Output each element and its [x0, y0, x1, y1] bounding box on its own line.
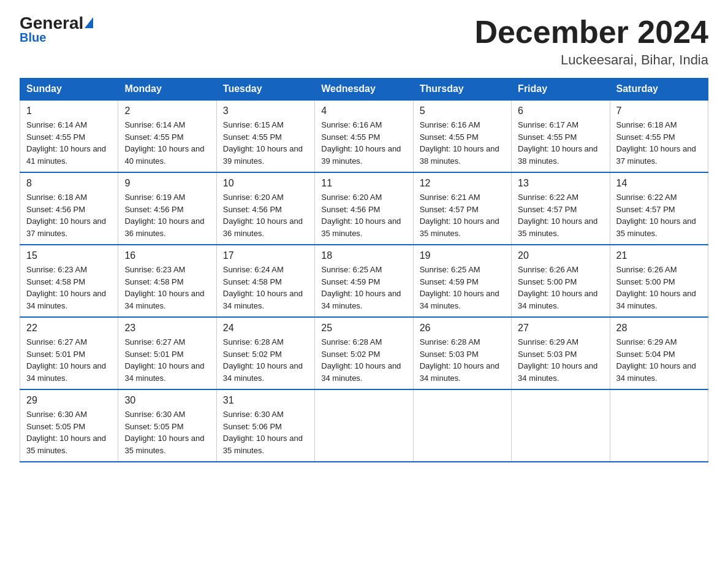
day-number: 4 — [321, 105, 406, 117]
day-info: Sunrise: 6:19 AMSunset: 4:56 PMDaylight:… — [124, 193, 204, 238]
calendar-cell: 21 Sunrise: 6:26 AMSunset: 5:00 PMDaylig… — [610, 245, 708, 317]
col-friday: Friday — [512, 79, 610, 101]
day-info: Sunrise: 6:20 AMSunset: 4:56 PMDaylight:… — [223, 193, 303, 238]
day-info: Sunrise: 6:30 AMSunset: 5:06 PMDaylight:… — [223, 410, 303, 455]
day-info: Sunrise: 6:18 AMSunset: 4:56 PMDaylight:… — [26, 193, 106, 238]
calendar-row-1: 1 Sunrise: 6:14 AMSunset: 4:55 PMDayligh… — [20, 100, 708, 172]
location-text: Luckeesarai, Bihar, India — [474, 52, 708, 68]
day-info: Sunrise: 6:26 AMSunset: 5:00 PMDaylight:… — [616, 265, 696, 310]
day-info: Sunrise: 6:27 AMSunset: 5:01 PMDaylight:… — [124, 337, 204, 383]
col-monday: Monday — [118, 79, 216, 101]
day-number: 22 — [26, 323, 112, 334]
day-info: Sunrise: 6:30 AMSunset: 5:05 PMDaylight:… — [124, 410, 204, 455]
col-wednesday: Wednesday — [315, 79, 413, 101]
day-info: Sunrise: 6:25 AMSunset: 4:59 PMDaylight:… — [321, 265, 401, 310]
calendar-cell: 16 Sunrise: 6:23 AMSunset: 4:58 PMDaylig… — [118, 245, 216, 317]
calendar-cell: 26 Sunrise: 6:28 AMSunset: 5:03 PMDaylig… — [413, 317, 511, 389]
day-info: Sunrise: 6:14 AMSunset: 4:55 PMDaylight:… — [26, 120, 106, 166]
day-number: 18 — [321, 250, 406, 261]
day-number: 6 — [518, 105, 603, 117]
day-info: Sunrise: 6:20 AMSunset: 4:56 PMDaylight:… — [321, 193, 401, 238]
day-number: 15 — [26, 250, 112, 261]
day-number: 1 — [26, 105, 112, 117]
day-number: 30 — [124, 395, 210, 406]
calendar-cell: 5 Sunrise: 6:16 AMSunset: 4:55 PMDayligh… — [413, 100, 511, 172]
day-info: Sunrise: 6:23 AMSunset: 4:58 PMDaylight:… — [26, 265, 106, 310]
calendar-cell: 14 Sunrise: 6:22 AMSunset: 4:57 PMDaylig… — [610, 172, 708, 245]
logo-blue-text: Blue — [20, 31, 46, 45]
day-number: 2 — [124, 105, 210, 117]
day-number: 14 — [616, 178, 702, 189]
calendar-cell: 19 Sunrise: 6:25 AMSunset: 4:59 PMDaylig… — [413, 245, 511, 317]
calendar-cell — [315, 389, 413, 462]
day-info: Sunrise: 6:18 AMSunset: 4:55 PMDaylight:… — [616, 120, 696, 166]
calendar-header-row: Sunday Monday Tuesday Wednesday Thursday… — [20, 79, 708, 101]
day-number: 11 — [321, 178, 406, 189]
calendar-cell: 20 Sunrise: 6:26 AMSunset: 5:00 PMDaylig… — [512, 245, 610, 317]
col-saturday: Saturday — [610, 79, 708, 101]
calendar-row-5: 29 Sunrise: 6:30 AMSunset: 5:05 PMDaylig… — [20, 389, 708, 462]
calendar-cell: 28 Sunrise: 6:29 AMSunset: 5:04 PMDaylig… — [610, 317, 708, 389]
day-number: 21 — [616, 250, 702, 261]
day-number: 24 — [223, 323, 308, 334]
day-info: Sunrise: 6:25 AMSunset: 4:59 PMDaylight:… — [420, 265, 499, 310]
day-number: 17 — [223, 250, 308, 261]
calendar-cell: 8 Sunrise: 6:18 AMSunset: 4:56 PMDayligh… — [20, 172, 118, 245]
page-header: General Blue December 2024 Luckeesarai, … — [0, 0, 728, 78]
day-info: Sunrise: 6:22 AMSunset: 4:57 PMDaylight:… — [518, 193, 597, 238]
day-info: Sunrise: 6:17 AMSunset: 4:55 PMDaylight:… — [518, 120, 597, 166]
day-number: 28 — [616, 323, 702, 334]
day-number: 29 — [26, 395, 112, 406]
calendar-cell: 23 Sunrise: 6:27 AMSunset: 5:01 PMDaylig… — [118, 317, 216, 389]
logo: General Blue — [20, 15, 93, 45]
day-info: Sunrise: 6:29 AMSunset: 5:03 PMDaylight:… — [518, 337, 597, 383]
calendar-cell — [610, 389, 708, 462]
calendar-cell: 31 Sunrise: 6:30 AMSunset: 5:06 PMDaylig… — [216, 389, 314, 462]
col-thursday: Thursday — [413, 79, 511, 101]
calendar-row-4: 22 Sunrise: 6:27 AMSunset: 5:01 PMDaylig… — [20, 317, 708, 389]
calendar-cell: 17 Sunrise: 6:24 AMSunset: 4:58 PMDaylig… — [216, 245, 314, 317]
col-sunday: Sunday — [20, 79, 118, 101]
day-info: Sunrise: 6:28 AMSunset: 5:03 PMDaylight:… — [420, 337, 499, 383]
day-number: 5 — [420, 105, 505, 117]
day-number: 10 — [223, 178, 308, 189]
calendar-cell: 1 Sunrise: 6:14 AMSunset: 4:55 PMDayligh… — [20, 100, 118, 172]
day-number: 13 — [518, 178, 603, 189]
day-info: Sunrise: 6:22 AMSunset: 4:57 PMDaylight:… — [616, 193, 696, 238]
title-block: December 2024 Luckeesarai, Bihar, India — [474, 15, 708, 68]
calendar-cell: 24 Sunrise: 6:28 AMSunset: 5:02 PMDaylig… — [216, 317, 314, 389]
calendar-cell: 4 Sunrise: 6:16 AMSunset: 4:55 PMDayligh… — [315, 100, 413, 172]
day-info: Sunrise: 6:27 AMSunset: 5:01 PMDaylight:… — [26, 337, 106, 383]
day-info: Sunrise: 6:16 AMSunset: 4:55 PMDaylight:… — [321, 120, 401, 166]
day-number: 12 — [420, 178, 505, 189]
day-number: 31 — [223, 395, 308, 406]
day-number: 9 — [124, 178, 210, 189]
day-number: 19 — [420, 250, 505, 261]
col-tuesday: Tuesday — [216, 79, 314, 101]
calendar-table: Sunday Monday Tuesday Wednesday Thursday… — [20, 78, 708, 462]
day-info: Sunrise: 6:16 AMSunset: 4:55 PMDaylight:… — [420, 120, 499, 166]
calendar-cell: 12 Sunrise: 6:21 AMSunset: 4:57 PMDaylig… — [413, 172, 511, 245]
logo-general-text: General — [20, 15, 83, 32]
day-number: 20 — [518, 250, 603, 261]
calendar-cell: 18 Sunrise: 6:25 AMSunset: 4:59 PMDaylig… — [315, 245, 413, 317]
day-number: 23 — [124, 323, 210, 334]
calendar-cell — [512, 389, 610, 462]
day-number: 7 — [616, 105, 702, 117]
calendar-cell: 6 Sunrise: 6:17 AMSunset: 4:55 PMDayligh… — [512, 100, 610, 172]
calendar-cell: 7 Sunrise: 6:18 AMSunset: 4:55 PMDayligh… — [610, 100, 708, 172]
calendar-cell: 15 Sunrise: 6:23 AMSunset: 4:58 PMDaylig… — [20, 245, 118, 317]
day-number: 8 — [26, 178, 112, 189]
calendar-cell: 27 Sunrise: 6:29 AMSunset: 5:03 PMDaylig… — [512, 317, 610, 389]
day-info: Sunrise: 6:21 AMSunset: 4:57 PMDaylight:… — [420, 193, 499, 238]
calendar-row-3: 15 Sunrise: 6:23 AMSunset: 4:58 PMDaylig… — [20, 245, 708, 317]
day-number: 16 — [124, 250, 210, 261]
calendar-cell: 13 Sunrise: 6:22 AMSunset: 4:57 PMDaylig… — [512, 172, 610, 245]
calendar-cell: 3 Sunrise: 6:15 AMSunset: 4:55 PMDayligh… — [216, 100, 314, 172]
logo-triangle-icon — [85, 17, 93, 28]
day-info: Sunrise: 6:28 AMSunset: 5:02 PMDaylight:… — [321, 337, 401, 383]
day-number: 27 — [518, 323, 603, 334]
day-number: 26 — [420, 323, 505, 334]
calendar-cell: 9 Sunrise: 6:19 AMSunset: 4:56 PMDayligh… — [118, 172, 216, 245]
calendar-cell: 22 Sunrise: 6:27 AMSunset: 5:01 PMDaylig… — [20, 317, 118, 389]
